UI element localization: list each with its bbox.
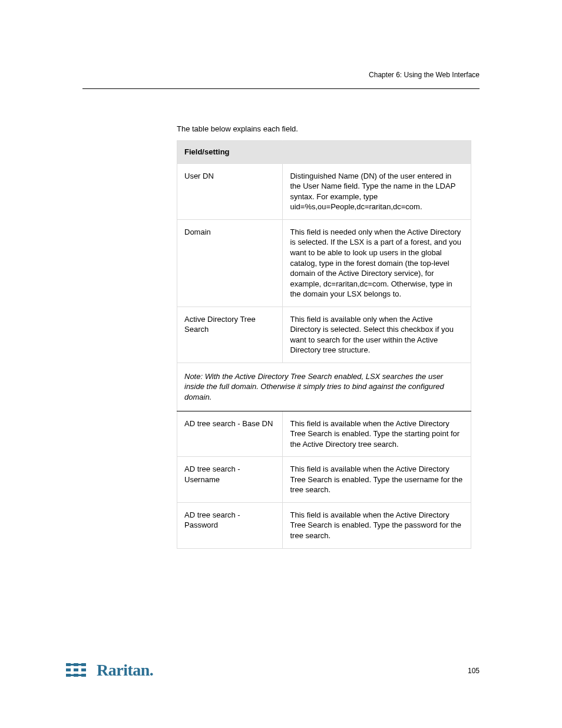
cell-desc: This field is available when the Active … (283, 457, 471, 503)
chapter-header-line: Chapter 6: Using the Web Interface (369, 71, 480, 79)
svg-rect-0 (66, 663, 71, 666)
table-row: Domain This field is needed only when th… (177, 219, 471, 307)
table-row: User DN Distinguished Name (DN) of the u… (177, 163, 471, 219)
cell-field: Active Directory Tree Search (177, 307, 283, 363)
settings-table: Field/setting User DN Distinguished Name… (177, 140, 471, 548)
svg-rect-10 (78, 664, 81, 666)
header-rule (82, 88, 480, 89)
cell-field: User DN (177, 163, 283, 219)
cell-desc: This field is available when the Active … (283, 502, 471, 548)
page: Chapter 6: Using the Web Interface The t… (0, 0, 562, 728)
raritan-logo-icon (66, 662, 92, 678)
svg-rect-12 (78, 674, 81, 676)
svg-rect-1 (66, 668, 71, 671)
svg-rect-2 (66, 674, 71, 677)
svg-rect-9 (71, 664, 74, 666)
page-number: 105 (468, 667, 480, 675)
raritan-logo: Raritan. (66, 661, 153, 680)
svg-rect-6 (81, 663, 86, 666)
table-header-field: Field/setting (177, 141, 283, 164)
table-row: AD tree search - Username This field is … (177, 457, 471, 503)
body-column: The table below explains each field. Fie… (177, 124, 471, 549)
cell-field: AD tree search - Base DN (177, 411, 283, 457)
raritan-logo-text: Raritan. (97, 661, 153, 680)
svg-rect-11 (71, 674, 74, 676)
intro-paragraph: The table below explains each field. (177, 124, 471, 134)
table-row: AD tree search - Password This field is … (177, 502, 471, 548)
svg-rect-4 (74, 668, 78, 671)
svg-rect-5 (74, 674, 78, 677)
table-header-row: Field/setting (177, 141, 471, 164)
table-row: Active Directory Tree Search This field … (177, 307, 471, 363)
cell-field: AD tree search - Username (177, 457, 283, 503)
cell-desc: This field is available when the Active … (283, 411, 471, 457)
cell-desc: This field is available only when the Ac… (283, 307, 471, 363)
svg-rect-3 (74, 663, 78, 666)
table-row: AD tree search - Base DN This field is a… (177, 411, 471, 457)
table-note-cell: Note: With the Active Directory Tree Sea… (177, 363, 471, 411)
cell-field: Domain (177, 219, 283, 307)
table-header-blank (283, 141, 471, 164)
table-note-row: Note: With the Active Directory Tree Sea… (177, 363, 471, 411)
cell-desc: This field is needed only when the Activ… (283, 219, 471, 307)
cell-field: AD tree search - Password (177, 502, 283, 548)
svg-rect-7 (81, 668, 86, 671)
cell-desc: Distinguished Name (DN) of the user ente… (283, 163, 471, 219)
svg-rect-8 (81, 674, 86, 677)
